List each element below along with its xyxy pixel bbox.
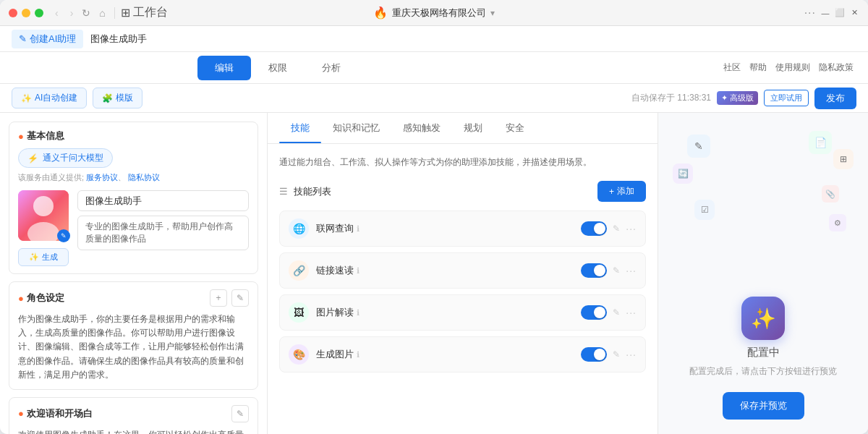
premium-badge: ✦ 高级版 xyxy=(717,91,758,105)
logo-icon: ⊞ xyxy=(121,6,130,20)
skill-more-image[interactable]: ··· xyxy=(626,307,637,318)
role-add-button[interactable]: + xyxy=(210,289,227,307)
trial-button[interactable]: 立即试用 xyxy=(764,90,809,106)
publish-button[interactable]: 发布 xyxy=(814,88,856,109)
basic-info-content: ✎ ✨ 生成 专业的图像生成助手，帮助用户创作高质量的图像作品 xyxy=(18,190,249,266)
menu-create-ai[interactable]: ✎ 创建AI助理 xyxy=(12,30,83,48)
avatar-edit-button[interactable]: ✎ xyxy=(57,229,70,242)
close-win-button[interactable]: ✕ xyxy=(849,8,859,18)
toolbar-right-actions: 社区 帮助 使用规则 隐私政策 xyxy=(723,61,854,74)
skill-toggle-image[interactable] xyxy=(581,305,607,320)
premium-label: 高级版 xyxy=(730,93,754,103)
skill-actions-link: ✎ ··· xyxy=(581,263,637,278)
menu-create-label: 创建AI助理 xyxy=(30,33,76,46)
minimize-win-button[interactable]: — xyxy=(820,8,830,18)
welcome-title: ● 欢迎语和开场白 xyxy=(18,407,93,420)
restore-button[interactable]: ⬜ xyxy=(835,8,845,18)
logo-area: ⊞ 工作台 xyxy=(121,5,168,20)
save-preview-button[interactable]: 保存并预览 xyxy=(723,392,804,420)
welcome-actions: ✎ xyxy=(231,405,249,422)
window-title-area: 🔥 重庆天极网络有限公司 ▾ xyxy=(373,6,495,20)
skill-name-web: 联网查询 ℹ xyxy=(316,222,581,235)
back-button[interactable]: ‹ xyxy=(52,6,61,20)
list-icon: ☰ xyxy=(279,186,288,197)
skill-toggle-link[interactable] xyxy=(581,263,607,278)
skill-toggle-generate[interactable] xyxy=(581,347,607,362)
forward-button[interactable]: › xyxy=(67,6,77,20)
skill-info-icon-4[interactable]: ℹ xyxy=(357,350,359,359)
toolbar-tabs: 编辑 权限 分析 xyxy=(197,56,358,80)
titlebar-right: ··· — ⬜ ✕ xyxy=(804,7,859,20)
basic-info-header: ● 基本信息 xyxy=(18,129,249,142)
tab-permissions[interactable]: 权限 xyxy=(251,56,305,80)
tab-analysis[interactable]: 分析 xyxy=(305,56,358,80)
section-dot: ● xyxy=(18,131,24,142)
preview-decorations: ✎ 📄 ⊞ 🔄 📎 ☑ ⚙ xyxy=(658,127,868,272)
minimize-button[interactable] xyxy=(22,9,30,17)
refresh-button[interactable]: ↻ xyxy=(82,7,90,19)
role-title: ● 角色设定 xyxy=(18,292,64,305)
main-content: ● 基本信息 ⚡ 通义千问大模型 该服务由通义提供; 服务协议、 隐私协议 xyxy=(0,113,868,434)
skill-name-link: 链接速读 ℹ xyxy=(316,264,581,277)
skill-toggle-web[interactable] xyxy=(581,221,607,236)
service-agreement-link[interactable]: 服务协议 xyxy=(86,173,118,182)
home-button[interactable]: ⌂ xyxy=(96,6,108,20)
tab-perception[interactable]: 感知触发 xyxy=(391,113,452,143)
privacy-agreement-link[interactable]: 隐私协议 xyxy=(128,173,160,182)
template-icon: 🧩 xyxy=(102,93,113,103)
role-edit-button[interactable]: ✎ xyxy=(231,289,249,307)
skill-item-web-search: 🌐 联网查询 ℹ ✎ ··· xyxy=(279,210,646,247)
welcome-header: ● 欢迎语和开场白 ✎ xyxy=(18,405,249,422)
skill-actions-web: ✎ ··· xyxy=(581,221,637,236)
more-options-button[interactable]: ··· xyxy=(804,7,816,20)
app-window: ‹ › ↻ ⌂ ⊞ 工作台 🔥 重庆天极网络有限公司 ▾ ··· — ⬜ ✕ ✎… xyxy=(0,0,868,434)
menubar: ✎ 创建AI助理 图像生成助手 xyxy=(0,26,868,52)
info-fields: 专业的图像生成助手，帮助用户创作高质量的图像作品 xyxy=(77,190,249,252)
terms-link[interactable]: 使用规则 xyxy=(775,61,810,74)
tab-skills[interactable]: 技能 xyxy=(279,113,321,143)
dropdown-icon[interactable]: ▾ xyxy=(490,8,495,18)
ai-icon: ✨ xyxy=(21,93,32,103)
divider xyxy=(114,7,115,19)
add-skill-button[interactable]: + 添加 xyxy=(597,181,646,202)
deco-icon-4: 🔄 xyxy=(673,163,693,184)
window-controls xyxy=(9,9,43,17)
privacy-link[interactable]: 隐私政策 xyxy=(819,61,854,74)
agent-name-input[interactable] xyxy=(77,190,249,211)
skills-description: 通过能力组合、工作流、拟人操作等方式为你的助理添加技能，并描述使用场景。 xyxy=(279,156,646,169)
agent-desc-textarea[interactable]: 专业的图像生成助手，帮助用户创作高质量的图像作品 xyxy=(77,216,249,250)
skill-more-link[interactable]: ··· xyxy=(626,265,637,276)
skill-edit-link[interactable]: ✎ xyxy=(613,265,620,276)
skill-more-generate[interactable]: ··· xyxy=(626,349,637,360)
skill-edit-generate[interactable]: ✎ xyxy=(613,349,620,359)
skill-more-web[interactable]: ··· xyxy=(626,223,637,234)
menu-image-assistant[interactable]: 图像生成助手 xyxy=(83,30,154,48)
tab-knowledge[interactable]: 知识和记忆 xyxy=(321,113,391,143)
skill-icon-link: 🔗 xyxy=(289,260,309,281)
welcome-edit-button[interactable]: ✎ xyxy=(231,405,249,422)
skill-info-icon[interactable]: ℹ xyxy=(357,224,359,234)
skill-info-icon-3[interactable]: ℹ xyxy=(357,308,359,318)
ai-auto-create-button[interactable]: ✨ AI自动创建 xyxy=(12,88,87,109)
skill-actions-generate: ✎ ··· xyxy=(581,347,637,362)
skill-edit-image[interactable]: ✎ xyxy=(613,307,620,318)
tab-edit[interactable]: 编辑 xyxy=(197,56,251,80)
basic-info-section: ● 基本信息 ⚡ 通义千问大模型 该服务由通义提供; 服务协议、 隐私协议 xyxy=(9,122,258,274)
template-button[interactable]: 🧩 模版 xyxy=(93,88,142,109)
model-sub: 该服务由通义提供; 服务协议、 隐私协议 xyxy=(18,172,249,183)
maximize-button[interactable] xyxy=(35,9,43,17)
tab-planning[interactable]: 规划 xyxy=(452,113,494,143)
model-badge[interactable]: ⚡ 通义千问大模型 xyxy=(18,148,113,168)
sub-toolbar: ✨ AI自动创建 🧩 模版 自动保存于 11:38:31 ✦ 高级版 立即试用 … xyxy=(0,84,868,113)
generate-button[interactable]: ✨ 生成 xyxy=(18,248,69,266)
config-icon: ✨ xyxy=(741,297,785,340)
help-link[interactable]: 帮助 xyxy=(749,61,767,74)
close-button[interactable] xyxy=(9,9,17,17)
tab-security[interactable]: 安全 xyxy=(494,113,536,143)
skill-info-icon-2[interactable]: ℹ xyxy=(357,266,359,276)
skill-icon-web: 🌐 xyxy=(289,218,309,239)
community-link[interactable]: 社区 xyxy=(723,61,741,74)
avatar-column: ✎ ✨ 生成 xyxy=(18,190,69,266)
skill-edit-web[interactable]: ✎ xyxy=(613,224,620,234)
skill-actions-image: ✎ ··· xyxy=(581,305,637,320)
